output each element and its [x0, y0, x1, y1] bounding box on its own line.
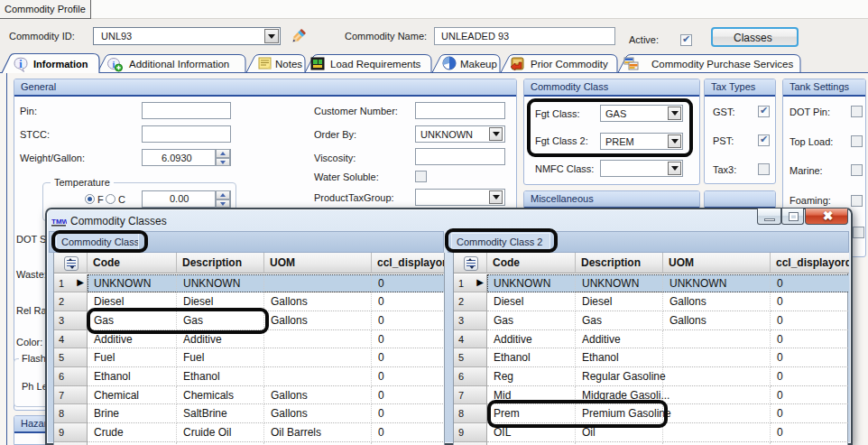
- svg-text:Notes: Notes: [275, 59, 302, 70]
- svg-text:Prior Commodity: Prior Commodity: [531, 59, 608, 70]
- svg-text:Load Requirements: Load Requirements: [330, 59, 421, 70]
- svg-text:Makeup: Makeup: [460, 59, 497, 70]
- svg-text:Commodity Purchase Services: Commodity Purchase Services: [651, 59, 793, 70]
- svg-text:Additional Information: Additional Information: [129, 59, 229, 70]
- svg-text:Information: Information: [33, 59, 88, 70]
- svg-text:TMW: TMW: [51, 218, 67, 226]
